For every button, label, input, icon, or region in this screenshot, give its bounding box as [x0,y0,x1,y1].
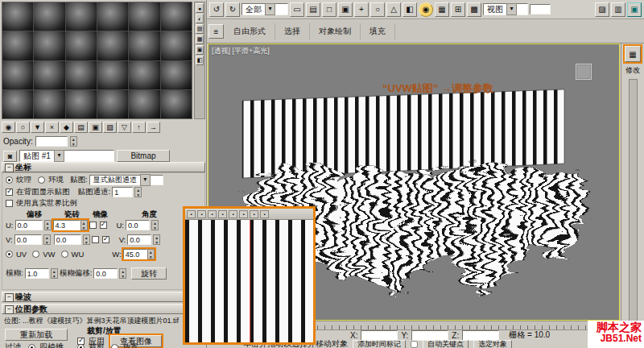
map-channel-spinner[interactable] [134,187,142,197]
blur-field[interactable]: 1.0 [25,268,49,279]
assign-material-icon[interactable]: ▼ [31,122,44,133]
rotate-button[interactable]: 旋转 [131,267,167,280]
background-icon[interactable]: ▨ [196,24,204,34]
material-slot[interactable] [66,2,97,31]
ribbon-menu-icon[interactable]: ≡ [208,24,224,39]
bitmap-stripe-preview[interactable] [185,220,313,342]
pyramidal-radio[interactable] [28,344,35,348]
select-by-name-icon[interactable]: ▤ [306,2,320,17]
opacity-field[interactable] [35,136,68,147]
backlight-icon[interactable]: ◐ [196,14,204,23]
tab-selection[interactable]: 选择 [275,23,310,39]
add-time-tag-button[interactable]: 添加时间标记 [353,340,406,348]
undo-icon[interactable]: ↺ [209,2,224,17]
texture-radio[interactable] [6,176,13,184]
use-center-icon[interactable]: ◉ [419,2,433,17]
bitmap-type-button[interactable]: Bitmap [117,150,170,162]
set-key-icon[interactable] [411,341,418,348]
u-tiling-spinner[interactable] [80,220,88,230]
viewer-save-icon[interactable]: ▪ [187,210,196,218]
material-slot[interactable] [129,31,159,60]
sample-type-icon[interactable]: ● [196,3,204,13]
material-slot[interactable] [97,61,128,89]
v-tile-checkbox[interactable] [102,236,109,243]
bitmap-viewer-window[interactable]: ▪▪▪▪▪▪▪▪ [183,206,316,345]
v-offset-field[interactable]: 0.0 [14,234,42,245]
map-type-icon[interactable]: ◙ [3,151,17,162]
map-mode-dropdown[interactable]: 显式贴图通道 [89,175,163,185]
material-slot[interactable] [129,90,159,118]
material-slot[interactable] [66,90,97,118]
selected-objects-button[interactable]: 选定对象 [473,340,512,348]
view-value-field[interactable] [530,4,551,14]
put-material-icon[interactable]: ○ [16,122,30,133]
scale-icon[interactable]: △ [386,2,401,17]
u-angle-spinner[interactable] [151,220,159,230]
v-mirror-checkbox[interactable] [92,236,99,243]
blur-spinner[interactable] [51,268,58,279]
reset-map-icon[interactable]: × [45,122,59,133]
viewcube[interactable] [576,64,592,80]
viewer-copy-icon[interactable]: ▪ [197,210,206,218]
put-to-library-icon[interactable]: ▤ [74,122,88,133]
video-color-check-icon[interactable]: ▣ [196,45,204,55]
v-tiling-field[interactable]: 0.0 [54,234,81,245]
material-slot[interactable] [97,90,128,118]
material-slot[interactable] [66,31,97,60]
v-tiling-spinner[interactable] [83,234,90,245]
uvw-map-modifier-icon[interactable]: ▦ [625,46,641,62]
view-dropdown[interactable]: 视图 [483,3,528,15]
material-slot[interactable] [161,2,192,31]
rollout-bitmap-params[interactable]: 位图参数 [2,304,205,314]
auto-key-button[interactable]: 自动关键点 [423,340,469,348]
viewer-red-channel-icon[interactable]: ▪ [208,210,217,218]
array-icon[interactable]: ⊞ [451,2,465,17]
material-slot[interactable] [97,2,128,31]
u-tiling-field[interactable]: 4.3 [53,220,80,230]
show-on-back-checkbox[interactable] [6,188,13,196]
map-channel-field[interactable]: 1 [112,187,133,197]
go-forward-icon[interactable]: → [147,122,160,133]
window-crossing-icon[interactable]: ▣ [338,2,353,17]
viewer-blue-channel-icon[interactable]: ▪ [229,210,237,218]
u-offset-spinner[interactable] [44,220,52,230]
get-material-icon[interactable]: ◉ [2,122,15,133]
rotate-icon[interactable]: ○ [370,2,385,17]
vw-radio[interactable] [32,251,39,258]
selection-filter-dropdown[interactable]: 全部 [242,3,288,15]
rollout-coordinates[interactable]: 坐标 [2,162,205,172]
environment-radio[interactable] [38,176,45,184]
blur-offset-field[interactable]: 0.0 [93,268,118,279]
blur-offset-spinner[interactable] [119,268,126,279]
material-slot[interactable] [97,31,128,60]
reload-button[interactable]: 重新加载 [5,329,68,341]
uv-radio[interactable] [6,251,13,258]
material-slot[interactable] [2,61,33,89]
move-icon[interactable]: + [354,2,369,17]
material-slot[interactable] [129,61,159,89]
material-slot[interactable] [2,2,33,31]
material-slot[interactable] [2,90,33,118]
material-slot[interactable] [34,90,64,118]
show-end-result-icon[interactable]: ▽ [118,122,131,133]
opacity-spinner[interactable] [70,136,77,147]
material-slot[interactable] [34,31,64,60]
v-offset-spinner[interactable] [43,234,51,245]
material-slot[interactable] [2,31,33,60]
sample-uv-tiling-icon[interactable]: ▦ [196,35,204,44]
viewer-mono-icon[interactable]: ▪ [250,210,258,218]
tab-freeform[interactable]: 自由形式 [225,23,275,39]
snap-toggle-icon[interactable]: ◧ [402,2,417,17]
viewport-shading-label[interactable]: [透视] [平滑+高光] [212,46,270,56]
tab-object-paint[interactable]: 对象绘制 [310,23,361,39]
material-slot[interactable] [161,61,192,89]
u-angle-field[interactable]: 0.0 [126,220,150,230]
render-icon[interactable]: ▣ [627,2,642,17]
material-slot[interactable] [66,61,97,89]
align-icon[interactable]: ▩ [467,2,481,17]
redo-icon[interactable]: ↻ [225,2,240,17]
u-mirror-checkbox[interactable] [89,222,97,229]
material-slot[interactable] [129,2,159,31]
show-map-in-viewport-icon[interactable]: ▧ [103,122,117,133]
map-name-dropdown[interactable]: 贴图 #1 [19,150,114,162]
